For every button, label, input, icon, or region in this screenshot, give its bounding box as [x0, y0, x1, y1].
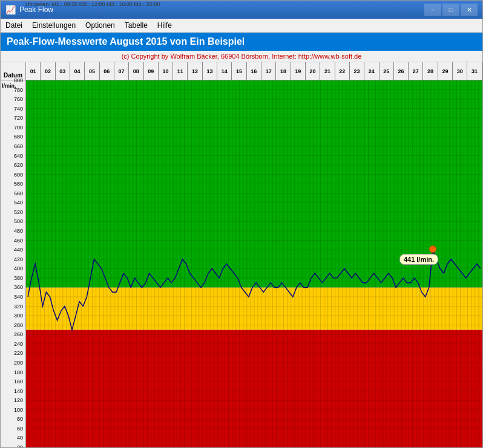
y-label: 240	[14, 341, 23, 346]
menu-einstellungen[interactable]: Einstellungen	[27, 20, 80, 31]
y-label: 360	[14, 285, 23, 290]
y-label: 740	[14, 106, 23, 111]
chart-container: Datum 8007807607407207006806606406206005…	[1, 62, 482, 447]
y-label: 120	[14, 398, 23, 403]
y-label: 320	[14, 304, 23, 309]
day-header-16: 16	[247, 62, 261, 80]
day-header-10: 10	[159, 62, 173, 80]
y-label: 20	[17, 445, 23, 448]
day-header-13: 13	[203, 62, 217, 80]
y-label: 680	[14, 134, 23, 140]
y-label: 80	[17, 417, 23, 422]
x-axis-header: 0102030405060708091011121314151617181920…	[26, 62, 482, 80]
menu-bar: Datei Einstellungen Optionen Tabelle Hil…	[1, 19, 482, 33]
y-label: 460	[14, 238, 23, 243]
day-header-05: 05	[85, 62, 99, 80]
page-title: Peak-Flow-Messwerte August 2015 von Ein …	[1, 33, 482, 51]
y-label: 560	[14, 190, 23, 196]
y-label: 540	[14, 200, 23, 206]
copyright-bar: (c) Copyright by Wolfram Bäcker, 66904 B…	[1, 51, 482, 62]
day-header-20: 20	[306, 62, 320, 80]
day-header-23: 23	[350, 62, 364, 80]
menu-optionen[interactable]: Optionen	[80, 20, 120, 31]
y-label: 420	[14, 256, 23, 262]
y-label: 440	[14, 247, 23, 253]
y-label: 720	[14, 115, 23, 121]
day-header-08: 08	[129, 62, 143, 80]
day-header-19: 19	[291, 62, 306, 80]
day-header-18: 18	[276, 62, 291, 80]
y-label: 660	[14, 143, 23, 149]
y-axis-labels: 8007807607407207006806606406206005805605…	[1, 80, 26, 447]
menu-tabelle[interactable]: Tabelle	[120, 20, 153, 31]
day-header-12: 12	[188, 62, 202, 80]
day-header-15: 15	[232, 62, 246, 80]
y-label: 160	[14, 379, 23, 385]
y-label: 600	[14, 172, 23, 177]
y-label: 500	[14, 219, 23, 224]
day-header-02: 02	[41, 62, 55, 80]
chart-area: 441 l/min.	[26, 80, 482, 447]
day-header-28: 28	[423, 62, 438, 80]
day-header-25: 25	[380, 62, 394, 80]
day-header-26: 26	[394, 62, 409, 80]
y-label: 300	[14, 313, 23, 319]
day-header-22: 22	[335, 62, 350, 80]
close-button[interactable]: ✕	[461, 4, 478, 16]
y-label: 260	[14, 332, 23, 337]
main-window: 📈 Peak Flow − □ ✕ Datei Einstellungen Op…	[0, 0, 483, 448]
day-header-31: 31	[467, 62, 482, 80]
day-header-09: 09	[144, 62, 159, 80]
y-label: 640	[14, 153, 23, 158]
day-header-01: 01	[26, 62, 41, 80]
menu-datei[interactable]: Datei	[1, 20, 27, 31]
day-header-17: 17	[261, 62, 276, 80]
y-label: 380	[14, 275, 23, 281]
y-label: 580	[14, 181, 23, 187]
app-icon: 📈	[5, 5, 16, 15]
day-header-06: 06	[100, 62, 114, 80]
y-axis: Datum 8007807607407207006806606406206005…	[1, 62, 26, 447]
y-label: 60	[17, 426, 23, 431]
minimize-button[interactable]: −	[424, 4, 441, 16]
y-label: 400	[14, 266, 23, 271]
day-header-30: 30	[453, 62, 467, 80]
chart-main: Uhrzeiten: M1= 08:00 M2= 12:00 M3= 16:00…	[26, 62, 482, 447]
y-label: 340	[14, 294, 23, 299]
y-label: 100	[14, 407, 23, 412]
day-header-27: 27	[409, 62, 423, 80]
maximize-button[interactable]: □	[442, 4, 459, 16]
y-label: 280	[14, 322, 23, 328]
y-label: 140	[14, 388, 23, 394]
day-header-04: 04	[70, 62, 85, 80]
lmin-label: l/min.	[2, 83, 16, 89]
y-label: 40	[17, 435, 23, 441]
day-header-11: 11	[173, 62, 188, 80]
y-label: 220	[14, 351, 23, 356]
day-header-07: 07	[114, 62, 129, 80]
tooltip-bubble: 441 l/min.	[399, 254, 438, 265]
y-label: 180	[14, 369, 23, 375]
day-header-24: 24	[364, 62, 379, 80]
y-label: 480	[14, 229, 23, 234]
day-header-21: 21	[320, 62, 335, 80]
day-header-29: 29	[438, 62, 453, 80]
day-header-03: 03	[56, 62, 70, 80]
menu-hilfe[interactable]: Hilfe	[153, 20, 177, 31]
y-label: 700	[14, 125, 23, 130]
y-label: 620	[14, 163, 23, 168]
y-label: 760	[14, 97, 23, 102]
y-label: 200	[14, 360, 23, 365]
y-label: 520	[14, 209, 23, 215]
day-header-14: 14	[217, 62, 232, 80]
window-controls: − □ ✕	[424, 4, 478, 16]
